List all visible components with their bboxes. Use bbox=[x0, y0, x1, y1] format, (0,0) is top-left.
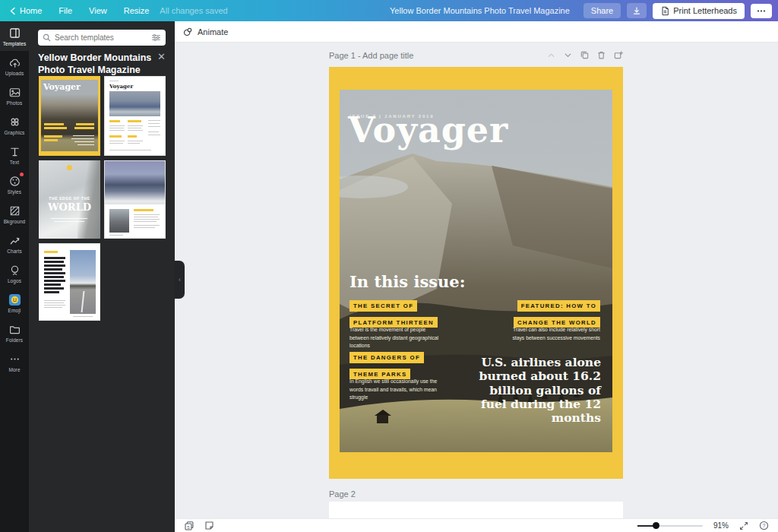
photos-icon bbox=[8, 86, 21, 99]
sidebar-item-uploads[interactable]: Uploads bbox=[0, 51, 29, 81]
thumb-decor bbox=[74, 141, 94, 142]
template-thumb-spread2[interactable] bbox=[104, 160, 166, 239]
page1-header: Page 1 - Add page title bbox=[329, 50, 623, 60]
sidebar-item-photos[interactable]: Photos bbox=[0, 81, 29, 110]
thumb-edge-line1: THE EDGE OF THE bbox=[39, 196, 100, 201]
thumb-decor bbox=[128, 125, 143, 126]
thumb-decor bbox=[134, 227, 155, 228]
sidebar-item-graphics[interactable]: Graphics bbox=[0, 110, 29, 140]
cover-body-2[interactable]: Travel can also include relatively short… bbox=[500, 326, 600, 342]
home-button[interactable]: Home bbox=[9, 6, 42, 15]
search-input[interactable] bbox=[55, 33, 147, 42]
menu-resize[interactable]: Resize bbox=[124, 6, 150, 15]
thumb-decor bbox=[109, 143, 123, 144]
sidebar-item-styles[interactable]: Styles bbox=[0, 169, 29, 199]
page1-design[interactable]: ISSUE 7 | JANUARY 2019 Voyager In this i… bbox=[329, 67, 623, 479]
thumb-decor bbox=[109, 125, 125, 126]
thumb-decor bbox=[71, 138, 94, 139]
thumb-decor bbox=[134, 209, 153, 211]
help-button[interactable]: ? bbox=[759, 521, 769, 530]
share-button[interactable]: Share bbox=[584, 3, 621, 18]
template-thumb-spread1[interactable]: Voyager bbox=[104, 76, 166, 156]
filter-icon[interactable] bbox=[151, 33, 161, 42]
page2-design[interactable] bbox=[329, 502, 623, 518]
thumb-decor bbox=[109, 81, 119, 81]
thumb-decor bbox=[44, 291, 59, 293]
menu-file[interactable]: File bbox=[59, 6, 72, 15]
back-chevron-icon bbox=[9, 7, 16, 15]
fullscreen-button[interactable] bbox=[739, 521, 748, 530]
move-page-up-icon[interactable] bbox=[546, 50, 556, 60]
thumb-decor bbox=[44, 280, 65, 282]
sidebar-item-emoji[interactable]: Emoji bbox=[0, 288, 29, 318]
duplicate-page-icon[interactable] bbox=[580, 50, 590, 60]
template-thumb-cover[interactable]: Voyager bbox=[39, 76, 100, 156]
delete-page-icon[interactable] bbox=[596, 50, 606, 60]
grid-view-button[interactable]: 5 bbox=[184, 521, 194, 531]
zoom-level: 91% bbox=[713, 521, 729, 530]
cover-body-1[interactable]: Travel is the movement of people between… bbox=[349, 326, 445, 350]
thumb-decor bbox=[73, 316, 93, 317]
sidebar-item-charts[interactable]: Charts bbox=[0, 229, 29, 258]
notification-dot bbox=[20, 173, 24, 176]
cover-headline-1[interactable]: THE SECRET OF PLATFORM THIRTEEN bbox=[349, 297, 438, 330]
zoom-slider[interactable] bbox=[637, 525, 703, 527]
thumb-decor bbox=[54, 221, 84, 222]
editor-canvas: Animate Page 1 - Add page title bbox=[175, 21, 778, 532]
sidebar-item-templates[interactable]: Templates bbox=[0, 21, 29, 51]
thumb-decor bbox=[109, 135, 122, 138]
cover-section-title[interactable]: In this issue: bbox=[349, 272, 466, 291]
thumb-decor bbox=[128, 120, 141, 122]
thumb-decor bbox=[128, 141, 143, 141]
template-thumb-road-page[interactable] bbox=[39, 243, 100, 321]
print-letterheads-button[interactable]: Print Letterheads bbox=[653, 3, 745, 19]
animate-button[interactable]: Animate bbox=[182, 27, 228, 37]
add-page-icon[interactable] bbox=[613, 50, 623, 60]
more-options-button[interactable] bbox=[751, 4, 772, 18]
sidebar-item-background[interactable]: Bkground bbox=[0, 199, 29, 229]
notes-button[interactable] bbox=[204, 521, 214, 530]
thumb-decor bbox=[44, 287, 64, 290]
document-title[interactable]: Yellow Border Mountains Photo Travel Mag… bbox=[390, 6, 570, 15]
cover-headline-2[interactable]: FEATURED: HOW TO CHANGE THE WORLD bbox=[514, 297, 600, 330]
thumb-decor bbox=[148, 120, 160, 121]
search-icon bbox=[43, 33, 51, 42]
thumb-decor bbox=[109, 235, 123, 236]
styles-icon bbox=[8, 175, 21, 188]
templates-panel: Yellow Border Mountains Photo Travel Mag… bbox=[29, 21, 175, 532]
menu-view[interactable]: View bbox=[89, 6, 107, 15]
cover-headline-3[interactable]: THE DANGERS OF THEME PARKS bbox=[349, 349, 424, 382]
close-icon[interactable]: ✕ bbox=[157, 52, 166, 77]
sidebar-item-more[interactable]: More bbox=[0, 347, 29, 377]
cover-body-3[interactable]: In English we still occasionally use the… bbox=[349, 378, 445, 402]
folders-icon bbox=[8, 323, 21, 336]
sidebar-item-folders[interactable]: Folders bbox=[0, 318, 29, 347]
zoom-slider-handle[interactable] bbox=[653, 522, 659, 529]
sidebar-item-text[interactable]: Text bbox=[0, 140, 29, 169]
thumb-decor bbox=[148, 135, 160, 135]
logos-icon bbox=[8, 264, 21, 277]
thumb-decor bbox=[109, 130, 125, 131]
thumb-cover-masthead: Voyager bbox=[43, 82, 81, 92]
panel-collapse-handle[interactable]: ‹ bbox=[175, 261, 185, 299]
thumb-edge-line2: WORLD bbox=[39, 201, 100, 213]
sidebar-item-logos[interactable]: Logos bbox=[0, 258, 29, 288]
document-icon bbox=[660, 6, 669, 16]
thumb-decor bbox=[134, 225, 160, 226]
template-thumbnails: Voyager Voyager bbox=[39, 76, 166, 321]
template-thumb-edge-of-world[interactable]: THE EDGE OF THE WORLD bbox=[39, 160, 100, 239]
move-page-down-icon[interactable] bbox=[563, 50, 573, 60]
page2-title-input[interactable]: Page 2 bbox=[329, 489, 356, 499]
svg-text:?: ? bbox=[763, 523, 766, 528]
cover-pull-quote[interactable]: U.S. airlines alone burned about 16.2 bi… bbox=[463, 356, 601, 425]
thumb-decor bbox=[77, 144, 94, 145]
saved-status: All changes saved bbox=[160, 6, 227, 15]
thumb-decor bbox=[44, 307, 62, 308]
page1-title-input[interactable]: Page 1 - Add page title bbox=[329, 51, 413, 60]
thumb-decor bbox=[44, 305, 65, 306]
download-button[interactable] bbox=[627, 3, 647, 18]
thumb-decor bbox=[44, 261, 64, 263]
cover-masthead[interactable]: Voyager bbox=[348, 109, 508, 150]
thumb-spread2-mini-photo bbox=[109, 209, 129, 233]
more-icon bbox=[8, 353, 21, 366]
